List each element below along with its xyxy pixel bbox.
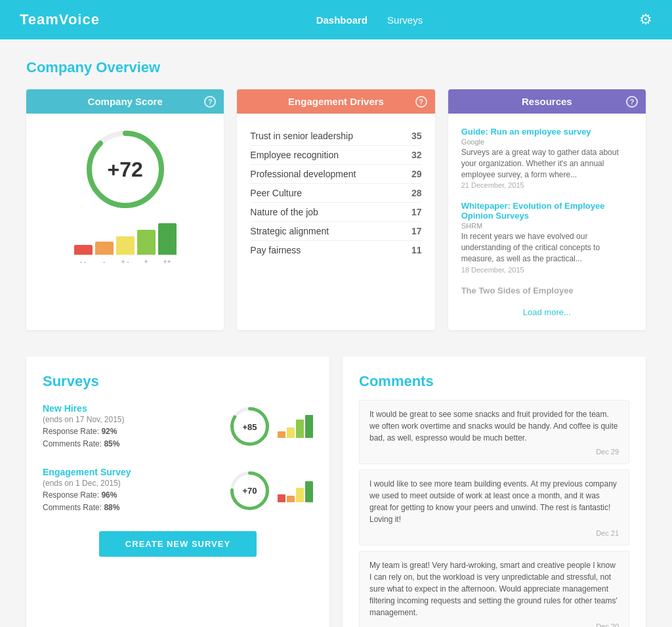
driver-row: Trust in senior leadership 35 (250, 127, 421, 146)
company-overview-title: Company Overview (26, 59, 646, 76)
driver-row: Strategic alignment 17 (250, 222, 421, 241)
drivers-help-icon[interactable]: ? (415, 96, 427, 108)
bottom-row: Surveys New Hires (ends on 17 Nov, 2015)… (26, 357, 646, 627)
resources-help-icon[interactable]: ? (626, 96, 638, 108)
score-bars (74, 222, 177, 255)
score-help-icon[interactable]: ? (204, 96, 216, 108)
comments-panel: Comments It would be great to see some s… (343, 357, 646, 627)
driver-name: Strategic alignment (250, 226, 329, 236)
engagement-drivers-card: Engagement Drivers ? Trust in senior lea… (237, 89, 434, 330)
survey-name-2[interactable]: Engagement Survey (43, 467, 222, 477)
resource-faded-link: The Two Sides of Employee (461, 286, 633, 295)
survey-mini-bars-1 (278, 415, 313, 438)
driver-score: 35 (411, 131, 422, 141)
create-btn-container: CREATE NEW SURVEY (43, 531, 313, 557)
comment-text-2: I would like to see more team building e… (369, 478, 619, 525)
bar-labels: - - - + - + ++ (74, 258, 177, 265)
driver-score: 29 (411, 169, 422, 179)
survey-info-1: New Hires (ends on 17 Nov, 2015) Respons… (43, 403, 222, 450)
main-content: Company Overview Company Score ? +72 (0, 39, 672, 627)
header: TeamVoice Dashboard Surveys ⚙ (0, 0, 672, 39)
resources-body: Guide: Run an employee survey Google Sur… (448, 114, 646, 330)
driver-score: 17 (411, 207, 422, 217)
driver-name: Peer Culture (250, 188, 302, 198)
nav-dashboard[interactable]: Dashboard (316, 14, 368, 26)
survey-item-2: Engagement Survey (ends on 1 Dec, 2015) … (43, 467, 313, 514)
resource-source-1: Google (461, 138, 633, 146)
resource-desc-2: In recent years we have evolved our unde… (461, 231, 633, 264)
survey-name-1[interactable]: New Hires (43, 403, 222, 414)
resource-item-2: Whitepaper: Evolution of Employee Opinio… (461, 201, 633, 273)
mini-bar (278, 431, 285, 438)
resource-desc-1: Surveys are a great way to gather data a… (461, 147, 633, 180)
comments-rate-1: 85% (104, 439, 119, 448)
nav-surveys[interactable]: Surveys (387, 14, 423, 26)
survey-info-2: Engagement Survey (ends on 1 Dec, 2015) … (43, 467, 222, 514)
cards-row: Company Score ? +72 (26, 89, 646, 330)
survey-score-val-1: +85 (242, 422, 257, 431)
survey-item-1: New Hires (ends on 17 Nov, 2015) Respons… (43, 403, 313, 450)
driver-row: Employee recognition 32 (250, 146, 421, 165)
score-card-body: +72 - - - + - + ++ (26, 114, 224, 278)
survey-stats-2: Response Rate: 96% Comments Rate: 88% (43, 489, 222, 514)
resource-date-1: 21 December, 2015 (461, 181, 633, 189)
driver-score: 28 (411, 188, 422, 198)
create-survey-button[interactable]: CREATE NEW SURVEY (99, 531, 257, 557)
comments-title: Comments (359, 373, 629, 390)
driver-name: Employee recognition (250, 150, 339, 160)
mini-bar (296, 488, 304, 502)
company-score-card: Company Score ? +72 (26, 89, 224, 330)
logo: TeamVoice (20, 11, 100, 28)
survey-dates-1: (ends on 17 Nov, 2015) (43, 415, 222, 424)
comment-item-3: My team is great! Very hard-wroking, sma… (359, 551, 629, 627)
comments-rate-2: 88% (104, 503, 119, 512)
mini-bar (305, 481, 313, 502)
driver-score: 11 (411, 245, 422, 255)
comment-date-1: Dec 29 (369, 448, 619, 456)
resource-source-2: SHRM (461, 222, 633, 230)
score-card-header: Company Score ? (26, 89, 224, 114)
bar-4 (137, 230, 156, 255)
bar-1 (74, 245, 93, 255)
settings-icon[interactable]: ⚙ (639, 11, 652, 28)
mini-bar (287, 427, 295, 438)
bar-label-3: + - (116, 258, 135, 265)
resource-link-1[interactable]: Guide: Run an employee survey (461, 127, 633, 137)
survey-mini-bars-2 (278, 479, 313, 502)
comment-date-2: Dec 21 (369, 529, 619, 537)
drivers-card-title: Engagement Drivers (288, 96, 384, 107)
survey-score-circle-2: +70 (228, 469, 271, 512)
bar-label-5: ++ (158, 258, 177, 265)
comment-text-3: My team is great! Very hard-wroking, sma… (369, 559, 619, 618)
comment-item-2: I would like to see more team building e… (359, 469, 629, 546)
bar-label-4: + (137, 258, 156, 265)
mini-bar (305, 415, 313, 438)
load-more-link[interactable]: Load more... (461, 307, 633, 317)
bar-2 (95, 242, 114, 255)
comment-date-3: Dec 20 (369, 622, 619, 627)
survey-dates-2: (ends on 1 Dec, 2015) (43, 479, 222, 488)
resource-link-2[interactable]: Whitepaper: Evolution of Employee Opinio… (461, 201, 633, 221)
mini-bar (296, 420, 304, 438)
score-card-title: Company Score (88, 96, 163, 107)
resources-card-header: Resources ? (448, 89, 646, 114)
main-nav: Dashboard Surveys (316, 14, 423, 26)
score-circle: +72 (83, 127, 168, 212)
driver-name: Trust in senior leadership (250, 131, 353, 141)
driver-row: Nature of the job 17 (250, 203, 421, 222)
survey-score-circle-1: +85 (228, 405, 271, 448)
resource-item-3: The Two Sides of Employee (461, 286, 633, 295)
resources-card: Resources ? Guide: Run an employee surve… (448, 89, 646, 330)
bar-label-2: - (95, 258, 114, 265)
driver-row: Pay fairness 11 (250, 241, 421, 259)
driver-row: Professional development 29 (250, 165, 421, 184)
comment-item-1: It would be great to see some snacks and… (359, 400, 629, 464)
driver-score: 32 (411, 150, 422, 160)
drivers-card-header: Engagement Drivers ? (237, 89, 434, 114)
driver-row: Peer Culture 28 (250, 184, 421, 203)
driver-name: Professional development (250, 169, 356, 179)
resource-item-1: Guide: Run an employee survey Google Sur… (461, 127, 633, 189)
resources-card-title: Resources (522, 96, 572, 107)
bar-5 (158, 223, 177, 255)
response-rate-1: 92% (101, 427, 117, 436)
